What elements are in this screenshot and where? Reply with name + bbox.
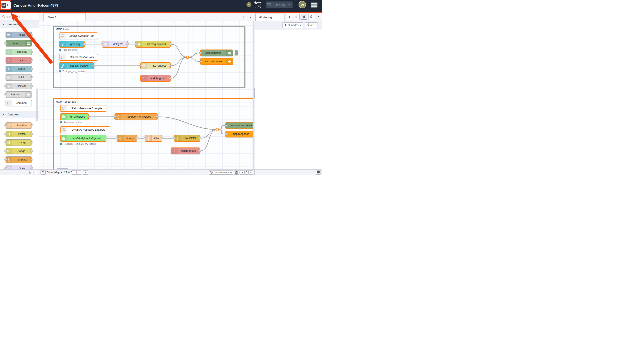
output-port[interactable]: [199, 137, 201, 139]
output-port[interactable]: [126, 43, 129, 45]
output-port[interactable]: [160, 137, 163, 139]
input-port[interactable]: [4, 159, 7, 160]
update-available-button[interactable]: Update available: [209, 170, 233, 175]
flow-list-caret[interactable]: ▼: [250, 15, 252, 20]
input-port[interactable]: [200, 60, 202, 62]
input-port[interactable]: [224, 124, 227, 126]
node-urn-recipes[interactable]: urn://recipes: [60, 113, 89, 120]
node-urn-study-books[interactable]: urn://study/books/{genre}: [60, 135, 106, 142]
output-port[interactable]: [83, 43, 86, 45]
node-catch-group-res[interactable]: !catch: group: [170, 147, 200, 154]
palette-node-debug[interactable]: debug: [6, 40, 32, 47]
canvas-horizontal-scrollbar[interactable]: [57, 168, 68, 169]
node-greeting[interactable]: ƒgreeting: [59, 41, 85, 48]
palette-node-comment[interactable]: comment: [6, 100, 32, 106]
input-port[interactable]: [173, 137, 176, 139]
input-port[interactable]: [140, 65, 142, 67]
node-db-query[interactable]: {db query for recipes: [114, 113, 158, 120]
node-catch-group-tools[interactable]: !catch: group: [140, 75, 170, 82]
wire[interactable]: [170, 57, 188, 78]
tab-debug[interactable]: debug: [256, 13, 284, 21]
zoom-out-button[interactable]: −: [240, 170, 244, 175]
deploy-button[interactable]: Deploy ▼: [266, 2, 292, 8]
input-port[interactable]: [4, 142, 7, 143]
output-port[interactable]: [92, 65, 95, 67]
palette-category-common[interactable]: ▼common: [0, 21, 39, 28]
node-library[interactable]: {library: [117, 135, 137, 142]
output-port[interactable]: [169, 43, 172, 45]
node-tool-response[interactable]: tool response: [200, 50, 233, 56]
palette-node-delay[interactable]: delay: [6, 165, 32, 169]
output-port[interactable]: [169, 77, 172, 79]
node-http-request[interactable]: http request: [140, 62, 170, 69]
comment-status-resource-example[interactable]: Status Resource Example: [60, 105, 106, 112]
user-avatar[interactable]: su: [298, 1, 306, 8]
output-port[interactable]: [136, 137, 138, 139]
zoom-in-button[interactable]: +: [249, 170, 253, 175]
comment-get-iis-position-tool[interactable]: Get IIS Position Tool: [59, 54, 98, 61]
input-port[interactable]: [4, 133, 7, 135]
output-port[interactable]: [30, 124, 33, 126]
node-to-json[interactable]: {}To JSON: [174, 135, 200, 142]
palette-expand-button[interactable]: [33, 171, 37, 174]
output-port[interactable]: [156, 116, 158, 118]
output-port[interactable]: [30, 76, 33, 78]
search-next-button[interactable]: ›: [76, 170, 81, 175]
output-port[interactable]: [30, 85, 33, 87]
search-prev-button[interactable]: ‹: [72, 170, 76, 175]
palette-node-inject[interactable]: inject: [6, 32, 32, 38]
navigator-button[interactable]: [234, 170, 240, 175]
node-mcp-response-2[interactable]: mcp response: [226, 131, 255, 137]
wire[interactable]: [200, 130, 217, 151]
output-port[interactable]: [30, 51, 33, 53]
input-port[interactable]: [200, 52, 202, 54]
output-port[interactable]: [30, 59, 33, 61]
output-port[interactable]: [87, 116, 90, 118]
palette-node-range[interactable]: range: [6, 148, 32, 154]
node-mcp-response-1[interactable]: mcp response: [200, 58, 233, 65]
output-port[interactable]: [199, 150, 201, 152]
node-delay-2s[interactable]: delay 2s: [102, 41, 128, 48]
input-port[interactable]: [114, 116, 116, 118]
palette-category-function[interactable]: ▼function: [0, 111, 39, 118]
input-port[interactable]: [4, 42, 7, 44]
debug-filter-button[interactable]: all nodes ▼: [282, 23, 303, 28]
palette-node-link-in[interactable]: link in: [6, 74, 32, 81]
canvas-vertical-scrollbar[interactable]: [254, 88, 255, 98]
output-port[interactable]: [30, 142, 33, 143]
input-port[interactable]: [101, 43, 104, 45]
debug-enable-toggle[interactable]: [234, 50, 238, 56]
node-resource-response[interactable]: resource response: [226, 122, 255, 129]
node-filter[interactable]: ƒfilter: [145, 135, 162, 142]
footer-search-button[interactable]: [40, 170, 46, 175]
input-port[interactable]: [4, 150, 7, 152]
help-sidebar-button[interactable]: [294, 14, 300, 20]
comment-dynamic-resource-example[interactable]: Dynamic Resource Example: [60, 126, 110, 133]
logo[interactable]: ›: [0, 1, 11, 10]
input-port[interactable]: [4, 167, 7, 169]
wire[interactable]: [170, 44, 188, 57]
debug-sidebar-button[interactable]: [301, 14, 307, 20]
add-flow-button[interactable]: +: [243, 15, 245, 19]
output-port[interactable]: [30, 167, 33, 169]
search-close-button[interactable]: ×: [83, 170, 88, 175]
output-port[interactable]: [105, 137, 107, 139]
ai-assistant-button[interactable]: AI: [254, 2, 261, 8]
wire[interactable]: [188, 57, 200, 62]
output-port[interactable]: [30, 68, 33, 70]
wire[interactable]: [170, 57, 188, 66]
palette-node-link-call[interactable]: link call: [6, 83, 32, 89]
output-port[interactable]: [30, 150, 33, 152]
node-get-iss-position[interactable]: ƒget_iss_position: [59, 62, 94, 69]
config-sidebar-button[interactable]: [308, 14, 314, 20]
output-port[interactable]: [30, 133, 33, 135]
wire[interactable]: [188, 53, 200, 57]
node-set-msg-payload[interactable]: set msg.payload: [136, 41, 170, 48]
output-port[interactable]: [169, 65, 172, 67]
palette-collapse-button[interactable]: [30, 171, 33, 174]
wire[interactable]: [200, 130, 217, 138]
palette-node-change[interactable]: change: [6, 139, 32, 146]
output-port[interactable]: [30, 34, 33, 36]
palette-node-function[interactable]: ƒfunction: [6, 122, 32, 129]
palette-node-template[interactable]: {template: [6, 156, 32, 163]
